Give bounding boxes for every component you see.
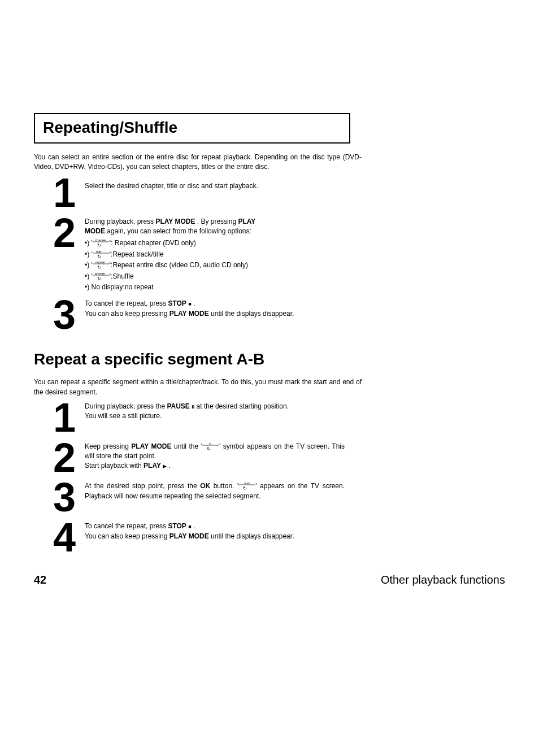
play-label: PLAY	[238, 218, 255, 225]
svg-text:shuffle: shuffle	[95, 273, 105, 275]
text-fragment: until the displays disappear.	[209, 310, 294, 318]
step-text: Select the desired chapter, title or dis…	[85, 181, 258, 191]
text-fragment: button. '	[210, 482, 238, 490]
svg-text:↻: ↻	[97, 254, 101, 259]
text-fragment: .	[192, 299, 195, 307]
text-fragment: Keep pressing	[85, 442, 131, 450]
section2-intro: You can repeat a specific segment within…	[34, 377, 362, 397]
pause-label: PAUSE	[167, 402, 189, 410]
section1-step2: 2 During playback, press PLAY MODE . By …	[34, 215, 505, 294]
svg-text:↻: ↻	[207, 446, 211, 451]
svg-text:repeat: repeat	[95, 262, 105, 264]
repeat-chapter-icon: chapter↻	[93, 240, 110, 247]
repeat-title-icon: title↻	[93, 251, 110, 259]
stop-label: STOP	[168, 522, 186, 530]
page-number: 42	[34, 573, 46, 586]
svg-text:↻: ↻	[97, 265, 101, 270]
text-fragment: ':Shuffle	[110, 272, 134, 280]
repeat-disc-icon: repeat↻	[93, 262, 110, 270]
section1-step1: 1 Select the desired chapter, title or d…	[34, 175, 505, 211]
text-fragment: During playback, press	[85, 218, 155, 225]
svg-text:A: A	[209, 443, 211, 445]
bullet-repeat: •) 'repeat↻':Repeat entire disc (video C…	[85, 260, 255, 270]
step-text: To cancel the repeat, press STOP ■ . You…	[85, 522, 294, 541]
text-fragment: ':Repeat entire disc (video CD, audio CD…	[110, 261, 248, 269]
step-text: During playback, press PLAY MODE . By pr…	[85, 217, 255, 237]
section1-step3: 3 To cancel the repeat, press STOP ■ . Y…	[34, 297, 505, 333]
mode-label: MODE	[85, 227, 105, 235]
svg-text:title: title	[96, 251, 102, 253]
play-label: PLAY	[144, 462, 161, 470]
heading-repeating: Repeating/Shuffle	[43, 119, 177, 136]
text-fragment: ': Repeat chapter (DVD only)	[110, 239, 196, 247]
section2-step3: 3 At the desired stop point, press the O…	[34, 479, 505, 516]
section2-step1: 1 During playback, press the PAUSE II at…	[34, 399, 505, 436]
bullet-none: •) No display:no repeat	[85, 283, 255, 292]
text-fragment: ':Repeat track/title	[110, 250, 164, 258]
step-number: 2	[34, 215, 73, 251]
step-text: Keep pressing PLAY MODE until the 'A↻' s…	[85, 442, 345, 471]
text-fragment: To cancel the repeat, press	[85, 299, 168, 307]
step-number: 2	[34, 440, 73, 476]
text-fragment: •) '	[85, 239, 93, 247]
text-fragment: . By pressing	[195, 218, 238, 225]
text-fragment: You can also keep pressing	[85, 310, 169, 318]
svg-text:A-B: A-B	[244, 483, 250, 485]
step-number: 3	[34, 297, 73, 333]
svg-text:↻: ↻	[97, 276, 101, 281]
text-fragment: .	[167, 462, 171, 470]
text-fragment: To cancel the repeat, press	[85, 522, 168, 530]
step-number: 3	[34, 479, 73, 516]
text-fragment: At the desired stop point, press the	[85, 482, 200, 490]
play-mode-label: PLAY MODE	[169, 310, 209, 318]
bullet-shuffle: •) 'shuffle↻':Shuffle	[85, 272, 255, 281]
step-number: 1	[34, 399, 73, 436]
play-mode-label: PLAY MODE	[169, 532, 209, 540]
text-fragment: until the '	[172, 442, 202, 450]
segment-ab-icon: A-B↻	[238, 483, 255, 490]
play-mode-label: PLAY MODE	[131, 442, 171, 450]
segment-a-icon: A↻	[202, 443, 219, 451]
page-footer: 42 Other playback functions	[34, 573, 505, 586]
section1-intro: You can select an entire section or the …	[34, 153, 362, 172]
text-fragment: During playback, press the	[85, 402, 167, 410]
step-text: During playback, press the PAUSE II at t…	[85, 402, 289, 422]
bullet-title: •) 'title↻':Repeat track/title	[85, 250, 255, 259]
text-fragment: •) '	[85, 250, 93, 258]
text-fragment: •) '	[85, 272, 93, 280]
svg-text:↻: ↻	[97, 243, 101, 247]
text-fragment: at the desired starting position.	[194, 402, 289, 410]
svg-text:chapter: chapter	[95, 240, 106, 242]
section2-step2: 2 Keep pressing PLAY MODE until the 'A↻'…	[34, 440, 505, 476]
text-fragment: again, you can select from the following…	[105, 227, 251, 235]
text-fragment: until the displays disappear.	[209, 532, 294, 540]
stop-label: STOP	[168, 299, 186, 307]
step-number: 1	[34, 175, 73, 211]
bullet-chapter: •) 'chapter↻': Repeat chapter (DVD only)	[85, 238, 255, 248]
shuffle-icon: shuffle↻	[93, 273, 110, 281]
heading-box-repeating: Repeating/Shuffle	[34, 113, 350, 144]
step-number: 4	[34, 519, 73, 556]
text-fragment: You can also keep pressing	[85, 532, 169, 540]
step-text: To cancel the repeat, press STOP ■ . You…	[85, 299, 294, 319]
footer-title: Other playback functions	[381, 573, 505, 586]
play-mode-label: PLAY MODE	[155, 218, 195, 225]
ok-label: OK	[200, 482, 210, 490]
text-fragment: Start playback with	[85, 462, 144, 470]
section2-step4: 4 To cancel the repeat, press STOP ■ . Y…	[34, 519, 505, 556]
text-fragment: •) '	[85, 261, 93, 269]
text-fragment: You will see a still picture.	[85, 412, 162, 420]
step-text: At the desired stop point, press the OK …	[85, 481, 345, 501]
heading-repeat-ab: Repeat a specific segment A-B	[34, 350, 505, 368]
svg-text:↻: ↻	[243, 486, 247, 490]
text-fragment: .	[192, 522, 195, 530]
